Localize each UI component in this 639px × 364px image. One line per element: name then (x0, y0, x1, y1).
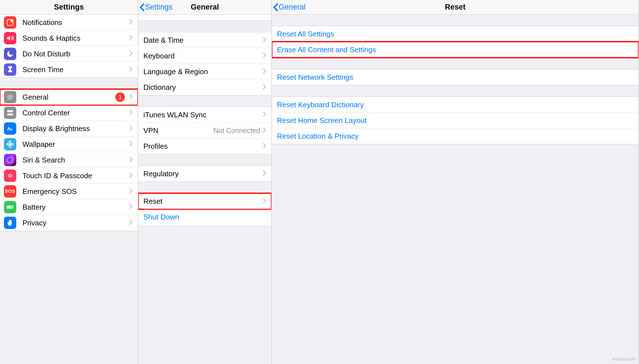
general-group-a: Date & Time Keyboard Language & Region D… (138, 32, 271, 95)
general-navbar: Settings General (138, 0, 271, 15)
chevron-right-icon (129, 156, 133, 164)
row-datetime[interactable]: Date & Time (138, 32, 271, 48)
settings-panel: Settings Notifications Sounds & Haptics (0, 0, 138, 364)
row-itunes[interactable]: iTunes WLAN Sync (138, 107, 271, 123)
row-label: Wallpaper (22, 140, 129, 149)
row-language[interactable]: Language & Region (138, 64, 271, 79)
chevron-right-icon (129, 34, 133, 43)
chevron-right-icon (129, 124, 133, 133)
chevron-right-icon (262, 126, 266, 135)
back-label: Settings (145, 3, 173, 12)
general-panel: Settings General Date & Time Keyboard La… (138, 0, 272, 364)
group-gap (138, 182, 271, 193)
row-label: Display & Brightness (22, 124, 129, 133)
svg-point-7 (9, 143, 11, 145)
sounds-icon (4, 32, 16, 44)
general-group-b: iTunes WLAN Sync VPN Not Connected Profi… (138, 107, 271, 154)
settings-group-b: General 1 Control Center AA Display & Br… (0, 89, 138, 231)
row-label: Keyboard (143, 52, 262, 60)
row-detail: Not Connected (213, 127, 260, 135)
svg-point-2 (9, 96, 11, 98)
flower-icon (4, 138, 16, 150)
toggles-icon (4, 107, 16, 119)
row-label: Reset Network Settings (277, 73, 633, 82)
row-label: Regulatory (143, 170, 262, 178)
general-content: Date & Time Keyboard Language & Region D… (138, 15, 271, 364)
row-label: Language & Region (143, 67, 262, 76)
reset-group-c: Reset Keyboard Dictionary Reset Home Scr… (272, 97, 638, 144)
chevron-right-icon (129, 65, 133, 74)
row-regulatory[interactable]: Regulatory (138, 166, 271, 182)
svg-point-12 (7, 157, 13, 163)
notifications-icon (4, 16, 16, 29)
row-label: Touch ID & Passcode (22, 171, 129, 180)
row-reset-keyboard[interactable]: Reset Keyboard Dictionary (272, 97, 638, 113)
settings-content: Notifications Sounds & Haptics Do Not Di… (0, 15, 138, 364)
row-screentime[interactable]: Screen Time (0, 62, 138, 77)
row-reset-home[interactable]: Reset Home Screen Layout (272, 113, 638, 128)
back-button[interactable]: General (272, 0, 306, 14)
row-notifications[interactable]: Notifications (0, 15, 138, 30)
row-reset-location[interactable]: Reset Location & Privacy (272, 128, 638, 144)
svg-rect-15 (13, 207, 13, 208)
row-reset-all-settings[interactable]: Reset All Settings (272, 26, 638, 42)
svg-rect-3 (7, 110, 13, 112)
chevron-right-icon (129, 140, 133, 149)
chevron-right-icon (129, 187, 133, 196)
row-dictionary[interactable]: Dictionary (138, 79, 271, 95)
row-reset-network[interactable]: Reset Network Settings (272, 69, 638, 85)
clipped-row (138, 15, 271, 21)
siri-icon (4, 154, 16, 166)
general-group-d: Reset Shut Down (138, 193, 271, 225)
row-privacy[interactable]: Privacy (0, 215, 138, 231)
reset-content: Reset All Settings Erase All Content and… (272, 15, 638, 364)
badge: 1 (115, 92, 125, 102)
row-dnd[interactable]: Do Not Disturb (0, 46, 138, 62)
row-label: Date & Time (143, 36, 262, 45)
row-reset[interactable]: Reset (138, 193, 271, 209)
row-sounds[interactable]: Sounds & Haptics (0, 30, 138, 46)
chevron-right-icon (262, 52, 266, 60)
group-gap (138, 154, 271, 166)
svg-point-9 (9, 146, 11, 148)
row-label: Notifications (22, 18, 129, 27)
row-sos[interactable]: SOS Emergency SOS (0, 184, 138, 199)
chevron-right-icon (129, 18, 133, 27)
chevron-left-icon (273, 3, 279, 12)
row-label: Siri & Search (22, 156, 129, 164)
row-vpn[interactable]: VPN Not Connected (138, 123, 271, 138)
chevron-right-icon (129, 50, 133, 58)
row-profiles[interactable]: Profiles (138, 138, 271, 154)
row-display[interactable]: AA Display & Brightness (0, 121, 138, 136)
general-group-c: Regulatory (138, 166, 271, 182)
settings-navbar: Settings (0, 0, 138, 15)
row-label: Dictionary (143, 83, 262, 92)
back-button[interactable]: Settings (138, 0, 173, 14)
group-gap (272, 58, 638, 69)
chevron-right-icon (262, 111, 266, 119)
row-label: General (22, 93, 115, 102)
row-keyboard[interactable]: Keyboard (138, 48, 271, 64)
row-label: Shut Down (143, 213, 266, 221)
row-label: Profiles (143, 142, 262, 151)
svg-point-1 (10, 20, 13, 22)
chevron-left-icon (139, 3, 145, 12)
reset-panel: General Reset Reset All Settings Erase A… (272, 0, 639, 364)
reset-title: Reset (272, 3, 638, 12)
row-siri[interactable]: Siri & Search (0, 152, 138, 168)
chevron-right-icon (129, 93, 133, 102)
row-label: Control Center (22, 109, 129, 117)
row-wallpaper[interactable]: Wallpaper (0, 136, 138, 152)
row-shutdown[interactable]: Shut Down (138, 209, 271, 225)
row-touchid[interactable]: Touch ID & Passcode (0, 168, 138, 184)
row-label: Reset Keyboard Dictionary (277, 100, 633, 109)
chevron-right-icon (262, 142, 266, 151)
fingerprint-icon (4, 170, 16, 182)
row-general[interactable]: General 1 (0, 89, 138, 105)
row-battery[interactable]: Battery (0, 199, 138, 215)
row-controlcenter[interactable]: Control Center (0, 105, 138, 121)
row-label: Battery (22, 203, 129, 212)
row-erase-all[interactable]: Erase All Content and Settings (272, 42, 638, 58)
hand-icon (4, 217, 16, 229)
chevron-right-icon (129, 203, 133, 212)
